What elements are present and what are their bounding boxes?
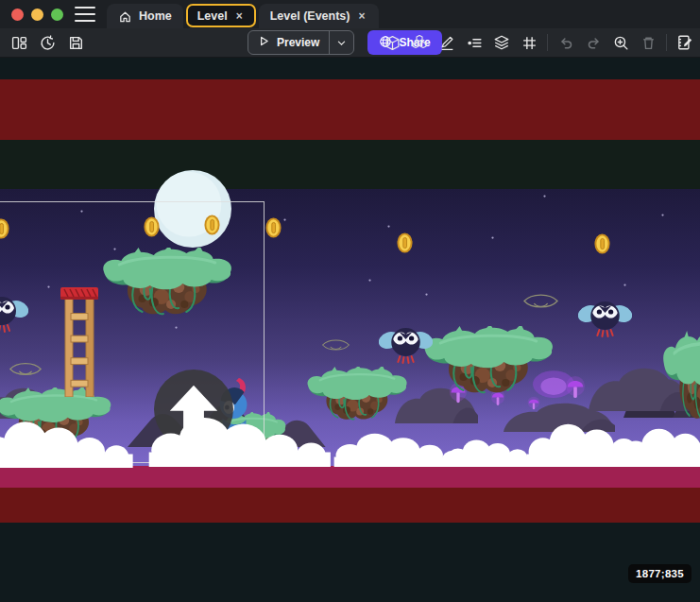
- star: [368, 279, 371, 282]
- instances-list-icon[interactable]: [465, 33, 484, 52]
- titlebar: Home Level × Level (Events) ×: [0, 0, 700, 28]
- zoom-in-icon[interactable]: [611, 33, 630, 52]
- cloud: [616, 421, 700, 467]
- edit-pencil-icon[interactable]: [437, 33, 456, 52]
- delete-icon[interactable]: [639, 33, 657, 52]
- tab-strip: Home Level × Level (Events) ×: [107, 0, 379, 28]
- tab-label: Home: [139, 9, 172, 23]
- star: [425, 293, 428, 296]
- redo-icon[interactable]: [584, 33, 603, 52]
- preview-button[interactable]: Preview: [248, 30, 354, 55]
- tab-level[interactable]: Level ×: [186, 4, 256, 27]
- tab-home[interactable]: Home: [107, 4, 183, 28]
- star: [623, 284, 626, 286]
- coin[interactable]: [594, 233, 610, 254]
- toolbar-left-group: [0, 33, 85, 52]
- preview-dropdown-button[interactable]: [329, 31, 353, 54]
- cloud: [142, 408, 335, 467]
- preview-label: Preview: [277, 36, 319, 49]
- toolbar-right-group: [383, 33, 694, 52]
- star: [661, 214, 664, 216]
- star: [543, 195, 546, 198]
- objects-cube-icon[interactable]: [383, 33, 401, 52]
- close-window-button[interactable]: [11, 9, 24, 21]
- tab-label: Level: [197, 9, 228, 23]
- eye-outline[interactable]: [321, 336, 350, 353]
- grid-icon[interactable]: [520, 33, 538, 52]
- star: [491, 236, 494, 239]
- play-icon: [258, 35, 270, 50]
- coin[interactable]: [265, 217, 282, 238]
- save-icon[interactable]: [66, 33, 85, 52]
- toolbar: Preview Share: [0, 28, 700, 58]
- zoom-window-button[interactable]: [51, 9, 63, 21]
- star: [387, 225, 390, 228]
- object-groups-icon[interactable]: [410, 33, 429, 52]
- tab-label: Level (Events): [270, 9, 350, 23]
- mushroom: [565, 373, 586, 401]
- chevron-down-icon: [336, 38, 347, 48]
- bat-enemy[interactable]: [379, 320, 433, 364]
- mushroom: [527, 395, 540, 411]
- toolbar-separator: [547, 34, 548, 51]
- hamburger-menu-icon[interactable]: [75, 7, 95, 22]
- bat-enemy[interactable]: [578, 294, 632, 337]
- tab-level-events[interactable]: Level (Events) ×: [259, 4, 379, 28]
- notes-edit-icon[interactable]: [675, 33, 694, 52]
- coin[interactable]: [397, 232, 413, 253]
- close-tab-icon[interactable]: ×: [356, 9, 367, 24]
- toolbar-separator: [666, 34, 667, 51]
- undo-icon[interactable]: [556, 33, 575, 52]
- platform[interactable]: [661, 331, 700, 421]
- home-icon: [118, 9, 132, 24]
- platform[interactable]: [421, 326, 555, 394]
- star: [283, 218, 286, 221]
- history-icon[interactable]: [38, 33, 57, 52]
- app-window: 1877;835 Home Level × Level (Events) ×: [0, 0, 700, 602]
- eye-outline[interactable]: [522, 290, 559, 312]
- cursor-coordinates-badge: 1877;835: [628, 564, 691, 583]
- minimize-window-button[interactable]: [31, 9, 43, 21]
- layers-icon[interactable]: [492, 33, 511, 52]
- close-tab-icon[interactable]: ×: [234, 9, 245, 24]
- panels-icon[interactable]: [9, 33, 28, 52]
- cloud: [0, 413, 137, 468]
- scene-canvas[interactable]: [0, 0, 700, 602]
- traffic-lights: [0, 9, 73, 21]
